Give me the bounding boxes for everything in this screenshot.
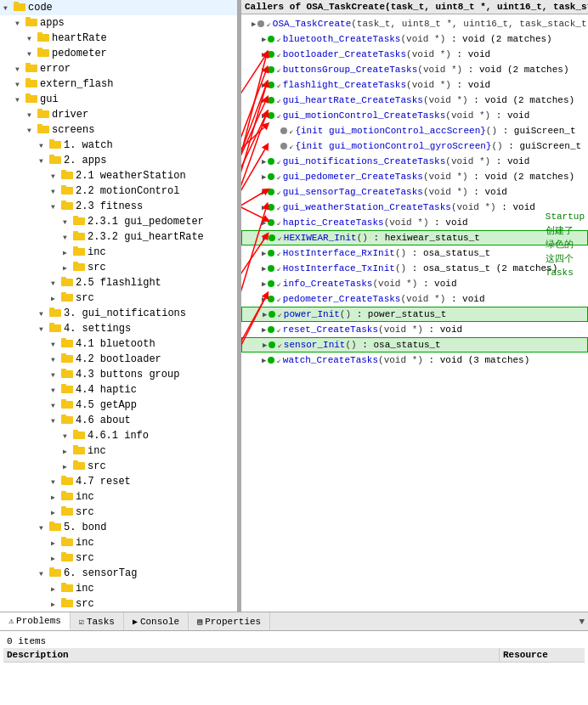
tree-item[interactable]: ▼6. sensorTag [0, 566, 237, 581]
svg-rect-57 [73, 431, 85, 439]
caller-item[interactable]: ▶↙info_CreateTasks(void *) : void [241, 276, 588, 291]
function-icon: ↙ [276, 172, 280, 182]
caller-text: pedometer_CreateTasks(void *) : void [283, 294, 485, 304]
tree-item[interactable]: ▶inc [0, 245, 237, 260]
folder-icon [49, 521, 61, 534]
tab-console[interactable]: ▶Console [124, 612, 189, 630]
caller-item[interactable]: ▶↙sensor_Init() : osa_status_t [241, 337, 588, 352]
tree-item[interactable]: ▼4.4 haptic [0, 382, 237, 398]
status-dot [268, 219, 274, 226]
tree-item[interactable]: ▶inc [0, 489, 237, 505]
tree-item[interactable]: ▶src [0, 596, 237, 612]
caller-item[interactable]: ↙{init gui_motionControl_gyroScreen}() :… [241, 138, 588, 154]
caller-item[interactable]: ▶↙gui_motionControl_CreateTasks(void *) … [241, 108, 588, 123]
minimize-button[interactable]: ▼ [579, 617, 588, 627]
caller-item[interactable]: ▶↙pedometer_CreateTasks(void *) : void [241, 291, 588, 307]
tab-tasks[interactable]: ☑Tasks [71, 612, 124, 630]
tree-arrow-icon: ▼ [51, 356, 59, 364]
caller-expand-icon: ▶ [262, 35, 266, 44]
tree-item[interactable]: ▼4.6.1 info [0, 428, 237, 443]
caller-item[interactable]: ▶↙haptic_CreateTasks(void *) : void [241, 215, 588, 230]
tree-item[interactable]: ▼heartRate [0, 31, 237, 46]
tree-item[interactable]: ▼4.1 bluetooth [0, 336, 237, 352]
tree-item[interactable]: ▼4.2 bootloader [0, 352, 237, 367]
svg-rect-41 [49, 309, 61, 317]
tree-item[interactable]: ▼4.7 reset [0, 474, 237, 489]
tree-item[interactable]: ▼gui [0, 92, 237, 107]
tree-arrow-icon: ▶ [51, 585, 59, 593]
tab-properties[interactable]: ▤Properties [189, 612, 270, 630]
caller-item[interactable]: ▶↙HostInterface_TxInit() : osa_status_t … [241, 261, 588, 276]
function-icon: ↙ [289, 142, 293, 151]
tree-label: inc [88, 445, 106, 457]
caller-item[interactable]: ▶↙OSA_TaskCreate(task_t, uint8_t *, uint… [241, 16, 588, 31]
caller-item[interactable]: ▶↙bluetooth_CreateTasks(void *) : void (… [241, 31, 588, 47]
tree-arrow-icon: ▼ [15, 65, 24, 73]
tree-item[interactable]: ▼2. apps [0, 153, 237, 168]
tree-arrow-icon: ▶ [63, 463, 71, 471]
tree-item[interactable]: ▼2.3 fitness [0, 199, 237, 214]
svg-rect-55 [61, 416, 73, 424]
caller-text: buttonsGroup_CreateTasks(void *) : void … [283, 65, 569, 75]
tree-item[interactable]: ▼extern_flash [0, 76, 237, 92]
tree-item[interactable]: ▼screens [0, 122, 237, 138]
svg-rect-7 [37, 49, 49, 57]
tree-item[interactable]: ▼4.6 about [0, 413, 237, 428]
folder-icon [61, 368, 73, 381]
tree-arrow-icon: ▼ [39, 325, 48, 333]
tree-arrow-icon: ▼ [27, 35, 36, 42]
tree-item[interactable]: ▶inc [0, 443, 237, 459]
caller-item[interactable]: ▶↙watch_CreateTasks(void *) : void (3 ma… [241, 352, 588, 368]
svg-rect-13 [25, 95, 37, 103]
caller-item[interactable]: ▶↙gui_pedometer_CreateTasks(void *) : vo… [241, 169, 588, 184]
tree-item[interactable]: ▶src [0, 550, 237, 566]
caller-item[interactable]: ▶↙power_Init() : power_status_t [241, 307, 588, 322]
tree-item[interactable]: ▼2.2 motionControl [0, 183, 237, 199]
caller-item[interactable]: ▶↙gui_weatherStation_CreateTasks(void *)… [241, 200, 588, 215]
tree-label: 5. bond [64, 522, 106, 533]
caller-item[interactable]: ▶↙buttonsGroup_CreateTasks(void *) : voi… [241, 62, 588, 77]
tree-item[interactable]: ▼apps [0, 15, 237, 31]
tree-item[interactable]: ▼2.3.2 gui_heartRate [0, 229, 237, 245]
svg-rect-25 [61, 187, 73, 195]
tree-item[interactable]: ▶src [0, 290, 237, 306]
tree-item[interactable]: ▼4.5 getApp [0, 398, 237, 413]
caller-item[interactable]: ▶↙gui_notifications_CreateTasks(void *) … [241, 154, 588, 169]
tree-item[interactable]: ▼2.3.1 gui_pedometer [0, 214, 237, 229]
caller-text: gui_heartRate_CreateTasks(void *) : void… [283, 95, 574, 105]
callers-list[interactable]: ▶↙OSA_TaskCreate(task_t, uint8_t *, uint… [241, 14, 588, 612]
caller-item[interactable]: ▶↙reset_CreateTasks(void *) : void [241, 322, 588, 337]
caller-item[interactable]: ▶↙HostInterface_RxInit() : osa_status_t [241, 245, 588, 261]
tree-item[interactable]: ▼3. gui_notifications [0, 306, 237, 321]
tree-item[interactable]: ▼4. settings [0, 321, 237, 336]
tree-item[interactable]: ▶inc [0, 581, 237, 596]
tree-item[interactable]: ▼4.3 buttons group [0, 367, 237, 382]
tab-problems[interactable]: ⚠Problems [0, 612, 71, 630]
caller-item[interactable]: ▶↙bootloader_CreateTasks(void *) : void [241, 47, 588, 62]
caller-item[interactable]: ▶↙gui_heartRate_CreateTasks(void *) : vo… [241, 93, 588, 108]
tree-item[interactable]: ▼pedometer [0, 46, 237, 61]
tree-item[interactable]: ▼5. bond [0, 520, 237, 535]
tree-item[interactable]: ▶inc [0, 535, 237, 550]
caller-item[interactable]: ↙{init gui_motionControl_accScreen}() : … [241, 123, 588, 138]
folder-icon [61, 169, 73, 183]
tree-item[interactable]: ▶src [0, 260, 237, 275]
folder-icon [73, 245, 85, 259]
caller-item[interactable]: ▶↙flashlight_CreateTasks(void *) : void [241, 77, 588, 93]
caller-item[interactable]: ▶↙gui_sensorTag_CreateTasks(void *) : vo… [241, 184, 588, 200]
status-dot [257, 20, 264, 27]
tree-item[interactable]: ▼driver [0, 107, 237, 122]
tree-item[interactable]: ▼error [0, 61, 237, 76]
caller-text: power_Init() : power_status_t [284, 309, 446, 319]
tree-item[interactable]: ▼2.5 flashlight [0, 275, 237, 290]
tree-arrow-icon: ▶ [51, 295, 59, 302]
tree-item[interactable]: ▶src [0, 505, 237, 520]
tree-item[interactable]: ▼code [0, 0, 237, 15]
tree-item[interactable]: ▼2.1 weatherStation [0, 168, 237, 183]
tree-label: driver [52, 109, 88, 121]
caller-item[interactable]: ▶↙HEXIWEAR_Init() : hexiwear_status_t [241, 230, 588, 245]
tree-item[interactable]: ▶src [0, 459, 237, 474]
tree-item[interactable]: ▼1. watch [0, 138, 237, 153]
file-tree-panel[interactable]: ▼code▼apps▼heartRate▼pedometer▼error▼ext… [0, 0, 238, 612]
bottom-tabs[interactable]: ⚠Problems☑Tasks▶Console▤Properties ▼ [0, 612, 588, 631]
